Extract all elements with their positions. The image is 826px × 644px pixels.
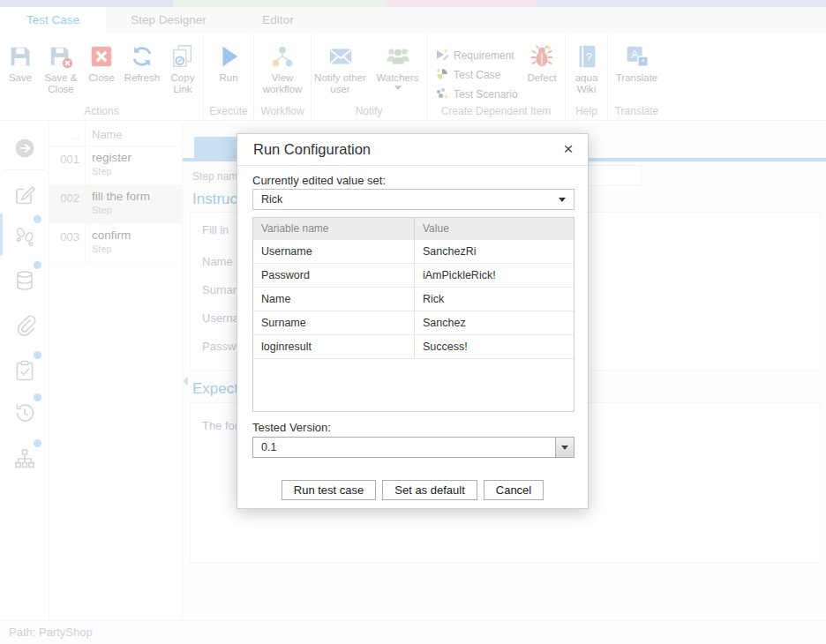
variable-name-cell: Username bbox=[253, 240, 415, 263]
variable-row-name[interactable]: Name Rick bbox=[253, 288, 574, 311]
variable-value-cell: iAmPickleRick! bbox=[415, 264, 574, 287]
run-configuration-dialog: Run Configuration × Currently edited val… bbox=[237, 133, 589, 509]
variable-row-loginresult[interactable]: loginresult Success! bbox=[253, 335, 574, 359]
tested-version-label: Tested Version: bbox=[252, 421, 331, 434]
col-variable-name: Variable name bbox=[253, 218, 415, 240]
value-set-label: Currently edited value set: bbox=[252, 174, 386, 187]
variable-value-cell: Success! bbox=[415, 335, 574, 358]
cancel-button[interactable]: Cancel bbox=[484, 480, 544, 500]
variable-name-cell: loginresult bbox=[253, 335, 415, 358]
col-value: Value bbox=[415, 218, 574, 240]
combobox-dropdown-button[interactable] bbox=[555, 438, 574, 457]
variable-name-cell: Name bbox=[253, 288, 415, 311]
variable-value-cell: Rick bbox=[415, 288, 574, 311]
run-test-case-button[interactable]: Run test case bbox=[282, 480, 377, 500]
variable-row-password[interactable]: Password iAmPickleRick! bbox=[253, 264, 574, 288]
app-window: Test Case Step Designer Editor Save Save… bbox=[0, 0, 826, 644]
variable-value-cell: SanchezRi bbox=[415, 240, 574, 263]
variable-name-cell: Password bbox=[253, 264, 415, 287]
variable-row-username[interactable]: Username SanchezRi bbox=[253, 240, 574, 264]
dialog-close-icon[interactable]: × bbox=[558, 138, 579, 161]
variable-value-cell: Sanchez bbox=[415, 311, 574, 334]
set-as-default-button[interactable]: Set as default bbox=[382, 480, 477, 500]
dialog-title: Run Configuration bbox=[253, 141, 371, 158]
variable-name-cell: Surname bbox=[253, 311, 415, 334]
select-caret-icon bbox=[559, 198, 566, 202]
variables-table-header: Variable name Value bbox=[253, 218, 574, 240]
dialog-header: Run Configuration × bbox=[237, 134, 588, 166]
variable-row-surname[interactable]: Surname Sanchez bbox=[253, 311, 574, 335]
value-set-select[interactable]: Rick bbox=[252, 189, 574, 210]
tested-version-combobox[interactable]: 0.1 bbox=[252, 437, 574, 458]
tested-version-selected: 0.1 bbox=[261, 441, 276, 453]
dialog-buttons: Run test case Set as default Cancel bbox=[237, 480, 588, 500]
variables-table: Variable name Value Username SanchezRi P… bbox=[252, 217, 574, 412]
combobox-caret-icon bbox=[561, 446, 568, 450]
value-set-selected: Rick bbox=[261, 193, 282, 206]
